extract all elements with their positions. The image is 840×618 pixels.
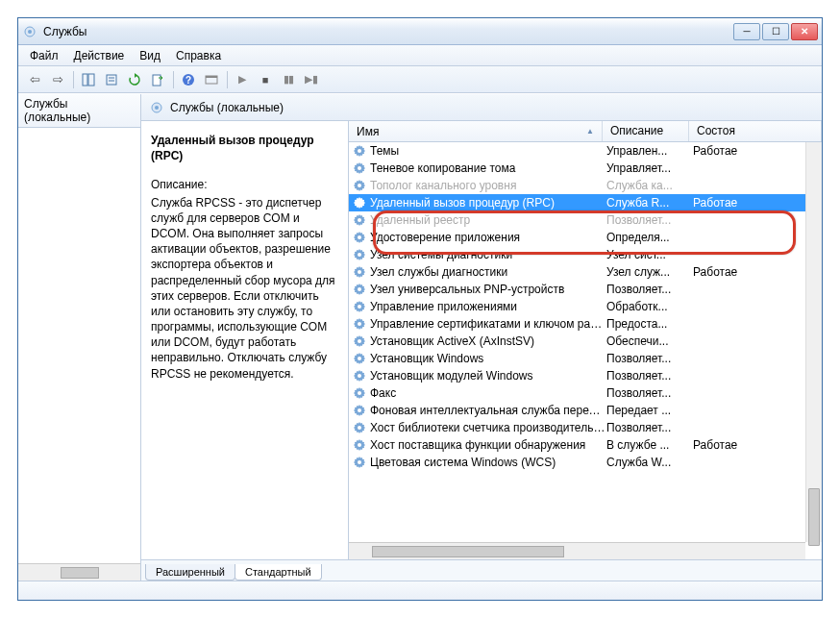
svg-point-26 [358,357,361,360]
service-row[interactable]: Управление сертификатами и ключом работо… [349,315,822,333]
service-name: Узел универсальных PNP-устройств [370,283,606,296]
view-tabs: Расширенный Стандартный [141,559,822,581]
service-rows: ТемыУправлен...РаботаеТеневое копировани… [349,142,822,559]
service-desc: Позволяет... [606,283,693,296]
service-row[interactable]: Удаленный вызов процедур (RPC)Служба R..… [349,194,822,211]
service-row[interactable]: Цветовая система Windows (WCS)Служба W..… [349,454,822,471]
service-desc: Позволяет... [606,421,693,434]
separator [70,69,76,90]
service-desc: Управляет... [606,161,693,175]
service-row[interactable]: Установщик WindowsПозволяет... [349,350,822,367]
svg-point-25 [358,339,361,343]
service-row[interactable]: Фоновая интеллектуальная служба передачи… [349,402,822,419]
svg-point-27 [358,374,361,378]
svg-point-18 [358,218,361,222]
service-row[interactable]: Удостоверение приложенияОпределя... [349,229,822,246]
close-button[interactable]: ✕ [791,23,818,40]
titlebar[interactable]: Службы ─ ☐ ✕ [18,18,822,45]
service-row[interactable]: Узел универсальных PNP-устройствПозволяе… [349,281,822,298]
menu-action[interactable]: Действие [66,47,133,64]
console-button[interactable] [201,69,222,90]
main-header-text: Службы (локальные) [170,101,284,114]
tree-header[interactable]: Службы (локальные) [18,94,140,128]
service-row[interactable]: ТемыУправлен...Работае [349,142,822,160]
help-button[interactable]: ? [178,69,199,90]
service-row[interactable]: Установщик ActiveX (AxInstSV)Обеспечи... [349,333,822,350]
properties-button[interactable] [101,69,122,90]
menu-file[interactable]: Файл [22,47,66,64]
service-desc: Позволяет... [606,352,693,365]
refresh-button[interactable] [124,69,145,90]
service-desc: Служба W... [606,456,693,469]
window-title: Службы [43,25,733,38]
minimize-button[interactable]: ─ [733,23,760,40]
service-name: Факс [370,386,606,400]
tab-extended[interactable]: Расширенный [145,564,235,581]
service-name: Узел системы диагностики [370,248,606,261]
restart-button[interactable]: ▶▮ [301,69,322,90]
menu-view[interactable]: Вид [132,47,168,64]
svg-rect-3 [88,74,94,86]
svg-point-28 [358,391,361,395]
forward-button[interactable]: ⇨ [47,69,68,90]
stop-button[interactable]: ■ [255,69,276,90]
service-desc: Позволяет... [606,213,693,227]
service-name: Удостоверение приложения [370,231,606,244]
service-desc: Управлен... [606,144,693,158]
svg-point-19 [358,235,361,239]
tree-hscrollbar[interactable] [18,563,140,581]
service-desc: Передает ... [606,404,693,417]
service-list-pane: Имя▲ Описание Состоя ТемыУправлен...Рабо… [348,121,822,559]
tree-pane: Службы (локальные) [18,94,141,581]
service-row[interactable]: Установщик модулей WindowsПозволяет... [349,367,822,384]
service-row[interactable]: Удаленный реестрПозволяет... [349,211,822,229]
gear-icon [22,24,37,39]
selected-service-title: Удаленный вызов процедур (RPC) [151,133,338,163]
svg-point-24 [358,322,361,326]
service-desc: Позволяет... [606,369,693,383]
service-row[interactable]: Узел службы диагностикиУзел служ...Работ… [349,263,822,281]
col-description[interactable]: Описание [603,121,689,141]
service-row[interactable]: ФаксПозволяет... [349,384,822,402]
service-desc: Обеспечи... [606,334,693,348]
service-desc: Узел служ... [606,265,693,279]
service-name: Управление сертификатами и ключом работо… [370,317,606,331]
svg-point-23 [358,305,361,309]
service-row[interactable]: Тополог канального уровняСлужба ка... [349,177,822,194]
svg-point-13 [155,106,159,110]
service-desc: Предоста... [606,317,693,331]
back-button[interactable]: ⇦ [24,69,45,90]
export-button[interactable] [147,69,168,90]
svg-point-17 [358,201,361,205]
service-desc: Служба R... [606,196,693,210]
service-desc: Определя... [606,231,693,244]
service-desc: Позволяет... [606,386,693,400]
service-name: Цветовая система Windows (WCS) [370,456,606,469]
service-name: Узел службы диагностики [370,265,606,279]
list-hscrollbar[interactable] [349,542,805,559]
service-row[interactable]: Хост поставщика функции обнаруженияВ слу… [349,436,822,454]
description-label: Описание: [151,177,338,192]
service-name: Фоновая интеллектуальная служба передачи… [370,404,606,417]
tab-standard[interactable]: Стандартный [235,564,322,581]
vscrollbar[interactable] [805,142,822,542]
service-row[interactable]: Хост библиотеки счетчика производительно… [349,419,822,436]
pause-button[interactable]: ▮▮ [278,69,299,90]
menu-help[interactable]: Справка [168,47,229,64]
service-row[interactable]: Управление приложениямиОбработк... [349,298,822,315]
svg-point-31 [358,443,361,447]
start-button[interactable]: ▶ [232,69,253,90]
col-name[interactable]: Имя▲ [349,121,603,141]
svg-rect-4 [107,75,116,85]
service-status: Работае [693,438,822,452]
tree-item-services[interactable] [18,128,140,132]
col-status[interactable]: Состоя [689,121,822,141]
service-row[interactable]: Узел системы диагностикиУзел сист... [349,246,822,263]
maximize-button[interactable]: ☐ [762,23,789,40]
svg-point-32 [358,460,361,464]
service-name: Установщик Windows [370,352,606,365]
show-hide-button[interactable] [78,69,99,90]
svg-point-22 [358,287,361,291]
service-row[interactable]: Теневое копирование томаУправляет... [349,160,822,177]
service-name: Установщик ActiveX (AxInstSV) [370,334,606,348]
